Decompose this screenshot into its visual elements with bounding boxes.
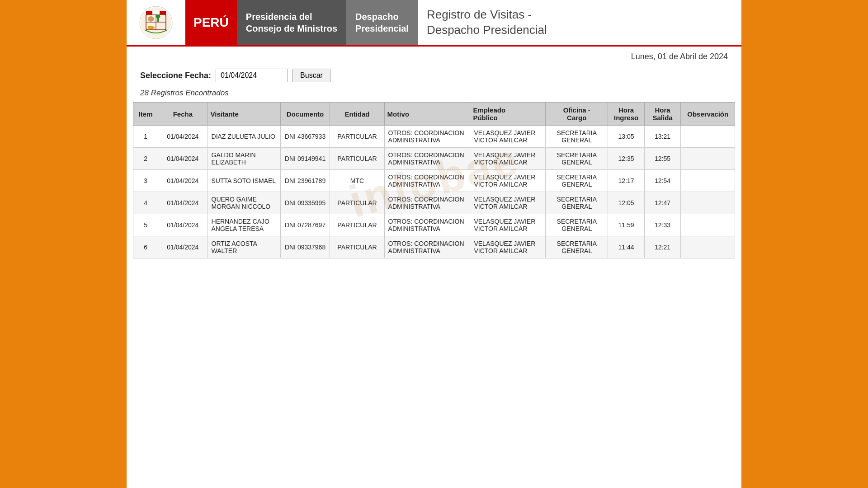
visits-table-wrapper: infobae Item Fecha Visitante Documento E… (127, 102, 741, 258)
despacho-header-label: Despacho Presidencial (346, 0, 418, 45)
current-date: Lunes, 01 de Abril de 2024 (127, 47, 741, 64)
table-row: 301/04/2024SUTTA SOTO ISMAELDNI 23961789… (133, 170, 735, 192)
col-fecha: Fecha (158, 103, 208, 126)
col-item: Item (133, 103, 158, 126)
svg-rect-8 (146, 11, 152, 14)
table-row: 501/04/2024HERNANDEZ CAJO ANGELA TERESAD… (133, 214, 735, 236)
col-documento: Documento (280, 103, 330, 126)
svg-point-7 (156, 14, 160, 18)
peru-coat-of-arms-icon (138, 5, 174, 41)
visits-table: Item Fecha Visitante Documento Entidad M… (133, 102, 735, 258)
peru-label: PERÚ (185, 0, 237, 45)
page-title: Registro de Visitas - Despacho Presidenc… (418, 0, 741, 45)
col-entidad: Entidad (330, 103, 384, 126)
search-label: Seleccione Fecha: (140, 71, 211, 80)
main-container: PERÚ Presidencia del Consejo de Ministro… (127, 0, 741, 488)
table-row: 101/04/2024DIAZ ZULUETA JULIODNI 4366793… (133, 126, 735, 148)
col-oficina: Oficina - Cargo (546, 103, 608, 126)
search-button[interactable]: Buscar (292, 69, 330, 82)
svg-point-5 (148, 16, 154, 22)
table-row: 201/04/2024GALDO MARIN ELIZABETHDNI 0914… (133, 148, 735, 170)
col-empleado: Empleado Público (470, 103, 546, 126)
svg-rect-10 (160, 11, 166, 14)
col-visitante: Visitante (208, 103, 280, 126)
date-input[interactable] (216, 69, 288, 82)
svg-rect-9 (152, 11, 160, 14)
pcm-label: Presidencia del Consejo de Ministros (237, 0, 346, 45)
records-count: 28 Registros Encontrados (127, 86, 741, 102)
search-area: Seleccione Fecha: Buscar (127, 64, 741, 86)
header: PERÚ Presidencia del Consejo de Ministro… (127, 0, 741, 47)
col-hora-salida: Hora Salida (644, 103, 681, 126)
logo-area (127, 0, 185, 45)
table-row: 401/04/2024QUERO GAIME MORGAN NICCOLODNI… (133, 192, 735, 214)
col-hora-ingreso: Hora Ingreso (608, 103, 645, 126)
col-observacion: Observación (681, 103, 735, 126)
table-row: 601/04/2024ORTIZ ACOSTA WALTERDNI 093379… (133, 236, 735, 258)
table-header-row: Item Fecha Visitante Documento Entidad M… (133, 103, 735, 126)
col-motivo: Motivo (384, 103, 470, 126)
